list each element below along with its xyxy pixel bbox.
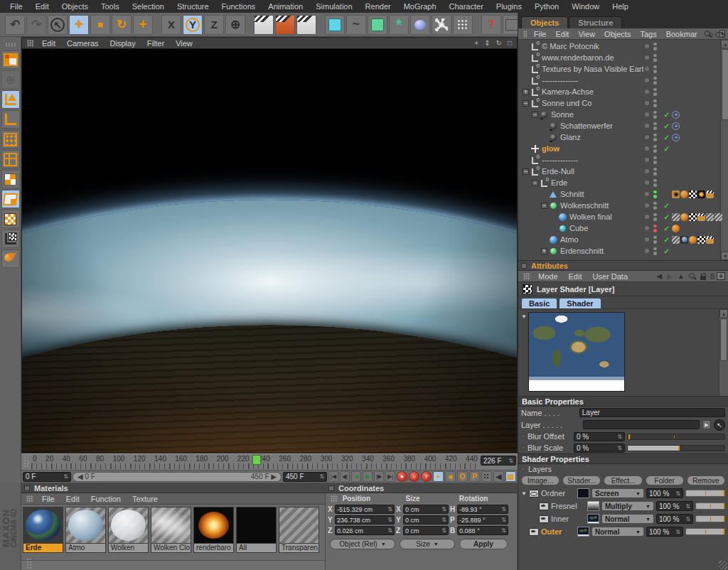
menu-item[interactable]: File [4, 2, 28, 11]
layer-dot-icon[interactable] [645, 249, 649, 253]
visibility-dots-icon[interactable] [653, 225, 659, 232]
visibility-dots-icon[interactable] [653, 122, 659, 130]
object-row[interactable]: Cube [518, 222, 720, 234]
object-label[interactable]: Sonne und Co [542, 99, 643, 107]
transport-button[interactable]: ◀ [351, 471, 361, 482]
transport-button[interactable]: ▶ [363, 471, 373, 482]
transport-button[interactable]: |▶ [374, 471, 384, 482]
mode-button[interactable] [1, 150, 20, 168]
mode-button[interactable] [1, 249, 20, 268]
stepper-icon[interactable]: ⇅ [63, 473, 68, 480]
frame-range-slider[interactable]: ◀ 0 F 450 F ▶ [73, 472, 282, 482]
layer-name[interactable]: Ordner [541, 489, 575, 498]
toolbar-button[interactable] [296, 15, 316, 35]
blend-mode-dropdown[interactable]: Screen▼ [592, 488, 644, 498]
up-level-icon[interactable]: ▲ [675, 272, 687, 280]
viewport-menu-item[interactable]: Edit [37, 39, 60, 48]
tag-icon[interactable] [706, 213, 714, 221]
panel-icon[interactable] [521, 263, 527, 269]
layer-popup-icon[interactable]: ▶ [702, 420, 711, 429]
size-value-field[interactable]: 0 cm⇅ [403, 505, 449, 514]
object-label[interactable]: Erdenschnitt [560, 247, 643, 255]
viewport-canvas[interactable] [22, 49, 517, 453]
toolbar-button[interactable] [112, 15, 132, 35]
expand-toggle-icon[interactable] [541, 203, 547, 209]
material-label[interactable]: Transparen [279, 544, 319, 553]
layer-thumbnail[interactable] [577, 527, 589, 537]
toolbar-button[interactable] [183, 15, 203, 35]
material-item[interactable]: Atmo [65, 507, 106, 560]
material-item[interactable]: Wolken Clo [151, 507, 191, 560]
materials-menu-item[interactable]: Texture [127, 495, 163, 503]
layer-action-button[interactable]: Folder [646, 475, 684, 485]
object-row[interactable]: -------------- [518, 75, 720, 86]
objects-menu-item[interactable]: Objects [600, 30, 635, 38]
layer-input[interactable] [583, 420, 700, 429]
enable-check-icon[interactable] [663, 213, 672, 221]
material-item[interactable]: Transparen [279, 507, 319, 560]
tag-icon[interactable] [689, 236, 697, 244]
layer-action-button[interactable]: Image... [521, 475, 560, 485]
opacity-slider[interactable] [685, 528, 725, 535]
material-thumbnail[interactable] [151, 507, 191, 544]
start-frame-field[interactable]: 0 F⇅ [23, 472, 71, 482]
viewport-nav-icon[interactable]: □ [505, 39, 514, 47]
menu-item[interactable]: Edit [30, 2, 55, 11]
menu-item[interactable]: Selection [127, 2, 170, 11]
record-button[interactable]: ○ [409, 471, 419, 482]
rotation-value-field[interactable]: 0.088 °⇅ [457, 526, 508, 535]
rotation-value-field[interactable]: -25.889 °⇅ [457, 515, 508, 525]
object-row[interactable]: Kamera-Achse [518, 86, 720, 97]
opacity-slider[interactable] [685, 490, 725, 497]
enable-check-icon[interactable] [663, 225, 672, 232]
viewport-menu-item[interactable]: Filter [142, 39, 169, 48]
layer-thumbnail[interactable] [577, 488, 589, 498]
menu-item[interactable]: Structure [171, 2, 215, 11]
enable-check-icon[interactable] [663, 145, 672, 153]
toolbar-button[interactable] [69, 15, 89, 35]
ruler-scale[interactable]: 0204060801001201401601802002202402602803… [31, 454, 479, 470]
layer-name[interactable]: Outer [541, 527, 575, 536]
mode-button[interactable] [1, 90, 20, 109]
layer-dot-icon[interactable] [645, 226, 649, 230]
visibility-dots-icon[interactable] [653, 247, 659, 255]
enable-check-icon[interactable] [663, 236, 672, 244]
material-item[interactable]: All [236, 507, 277, 560]
visibility-dots-icon[interactable] [653, 54, 659, 62]
layer-dot-icon[interactable] [645, 158, 649, 162]
keying-toggle[interactable]: + [433, 471, 444, 482]
name-input[interactable]: Layer [579, 408, 725, 417]
objects-menu-item[interactable]: Tags [636, 30, 660, 38]
enable-check-icon[interactable] [663, 247, 672, 255]
tag-icon[interactable] [680, 236, 688, 244]
scroll-down-icon[interactable]: ▼ [721, 252, 728, 260]
mode-button[interactable] [1, 110, 20, 129]
layer-visibility-icon[interactable] [539, 515, 549, 523]
opacity-field[interactable]: 100 %⇅ [656, 501, 693, 511]
toolbar-button[interactable] [275, 15, 295, 35]
material-label[interactable]: Wolken Clo [151, 544, 191, 553]
toolbar-button[interactable] [90, 15, 110, 35]
toolbar-button[interactable] [410, 15, 430, 35]
tag-icon[interactable] [672, 236, 680, 244]
menu-item[interactable]: Plugins [491, 2, 528, 11]
materials-menu-item[interactable]: Edit [61, 495, 85, 503]
toolbar-button[interactable] [48, 15, 68, 35]
layer-dot-icon[interactable] [645, 112, 649, 117]
menu-item[interactable]: Objects [56, 2, 94, 11]
viewport-menu-item[interactable]: Display [105, 39, 141, 48]
object-label[interactable]: Cube [569, 224, 643, 232]
attributes-menu-item[interactable]: Mode [533, 272, 563, 281]
expand-toggle-icon[interactable] [523, 100, 529, 107]
search-icon[interactable] [687, 272, 697, 281]
menu-item[interactable]: Character [444, 2, 489, 11]
keying-toggle[interactable]: ■ [445, 471, 456, 482]
blend-mode-dropdown[interactable]: Multiply▼ [601, 501, 654, 511]
layer-thumbnail[interactable] [587, 514, 599, 524]
toolbar-button[interactable] [346, 15, 366, 35]
visibility-dots-icon[interactable] [653, 168, 659, 176]
layer-action-button[interactable]: Remove [687, 475, 725, 485]
keying-toggle[interactable]: ◀ [493, 471, 504, 482]
visibility-dots-icon[interactable] [653, 145, 659, 153]
attributes-menu-grip[interactable] [523, 273, 530, 280]
